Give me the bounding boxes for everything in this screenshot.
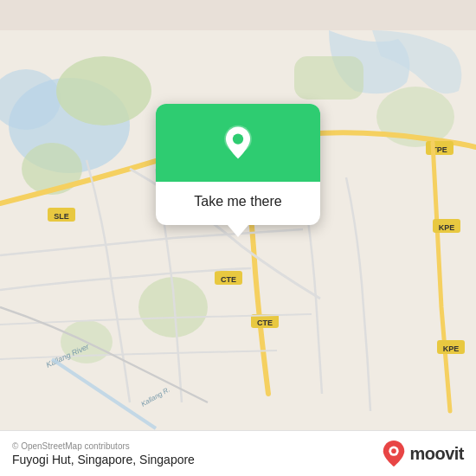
svg-point-24 (233, 133, 243, 144)
popup-header (156, 104, 320, 182)
popup-button-area: Take me there (156, 182, 320, 225)
svg-rect-5 (294, 56, 363, 100)
moovit-pin-icon (382, 440, 406, 467)
popup-card: Take me there (156, 104, 320, 225)
svg-text:CTE: CTE (221, 275, 236, 284)
copyright-text: © OpenStreetMap contributors (12, 441, 195, 451)
svg-point-26 (392, 448, 397, 453)
moovit-brand-text: moovit (409, 444, 464, 464)
take-me-there-button[interactable]: Take me there (166, 190, 310, 213)
bottom-left-info: © OpenStreetMap contributors Fuyogi Hut,… (12, 441, 195, 466)
map-container: SLE CTE CTE TPE KPE KPE K (0, 0, 476, 476)
moovit-logo: moovit (382, 440, 464, 467)
map-background: SLE CTE CTE TPE KPE KPE K (0, 0, 476, 476)
svg-text:SLE: SLE (54, 212, 69, 221)
svg-point-3 (56, 56, 151, 125)
bottom-bar: © OpenStreetMap contributors Fuyogi Hut,… (0, 430, 476, 476)
svg-text:KPE: KPE (439, 223, 455, 232)
svg-text:KPE: KPE (443, 344, 460, 353)
location-name: Fuyogi Hut, Singapore, Singapore (12, 453, 195, 466)
location-pin-icon (219, 124, 257, 162)
svg-text:CTE: CTE (257, 318, 273, 327)
